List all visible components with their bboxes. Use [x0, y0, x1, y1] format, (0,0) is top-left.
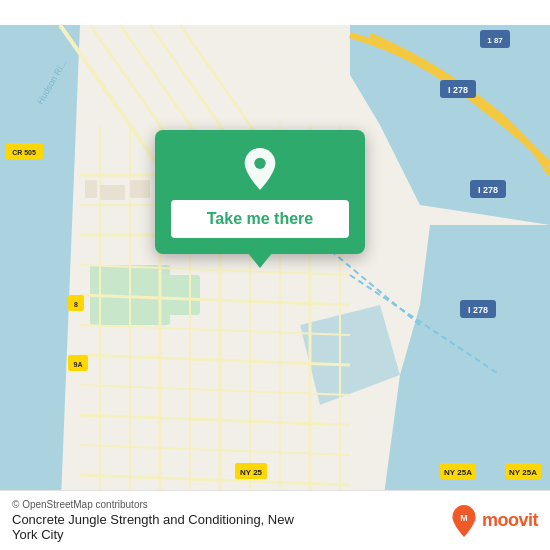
map-background: I 278 I 278 I 278 1 87 NY 25 NY 25A NY 2…	[0, 0, 550, 550]
location-name: Concrete Jungle Strength and Conditionin…	[12, 512, 294, 542]
bottom-bar: © OpenStreetMap contributors Concrete Ju…	[0, 490, 550, 550]
svg-rect-58	[130, 180, 150, 198]
svg-text:NY 25A: NY 25A	[509, 468, 537, 477]
svg-text:I 278: I 278	[468, 305, 488, 315]
moovit-brand-icon: M	[450, 505, 478, 537]
svg-rect-57	[100, 185, 125, 200]
svg-text:M: M	[460, 513, 467, 523]
map-container: I 278 I 278 I 278 1 87 NY 25 NY 25A NY 2…	[0, 0, 550, 550]
svg-text:I 278: I 278	[478, 185, 498, 195]
svg-text:NY 25: NY 25	[240, 468, 263, 477]
moovit-logo: M moovit	[450, 505, 538, 537]
svg-rect-6	[160, 275, 200, 315]
svg-text:CR 505: CR 505	[12, 149, 36, 156]
copyright-text: © OpenStreetMap contributors	[12, 499, 294, 510]
svg-point-59	[254, 158, 265, 169]
svg-text:9A: 9A	[74, 361, 83, 368]
svg-text:1 87: 1 87	[487, 36, 503, 45]
svg-text:I 278: I 278	[448, 85, 468, 95]
location-pin-icon	[239, 148, 281, 190]
popup-card: Take me there	[155, 130, 365, 254]
svg-rect-56	[85, 180, 97, 198]
svg-text:8: 8	[74, 301, 78, 308]
svg-text:NY 25A: NY 25A	[444, 468, 472, 477]
bottom-left-info: © OpenStreetMap contributors Concrete Ju…	[12, 499, 294, 542]
take-me-there-button[interactable]: Take me there	[171, 200, 349, 238]
moovit-text-label: moovit	[482, 510, 538, 531]
